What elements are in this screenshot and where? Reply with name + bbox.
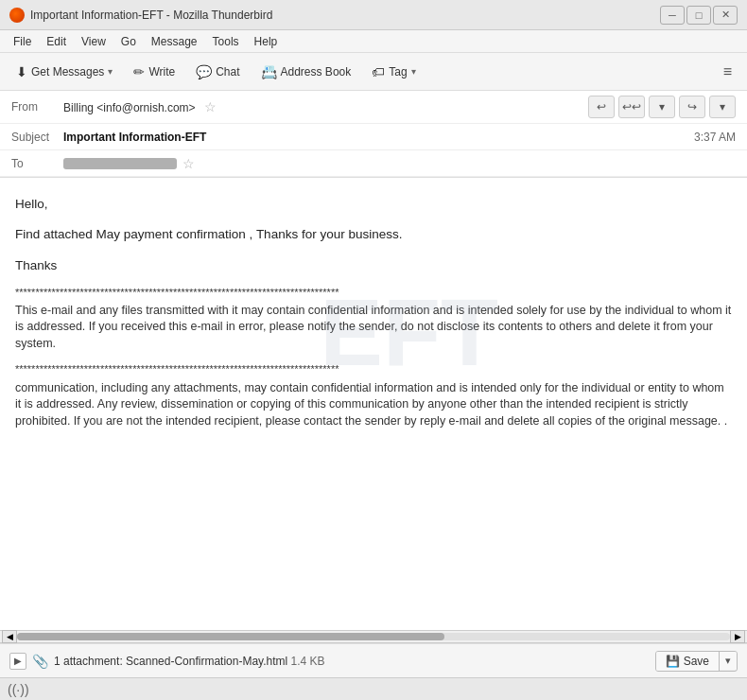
stars-line-2: ****************************************… (15, 363, 732, 376)
from-star-icon[interactable]: ☆ (204, 99, 217, 114)
get-messages-icon: ⬇ (16, 64, 27, 79)
reply-button[interactable]: ↩ (588, 96, 615, 118)
to-value (63, 158, 177, 169)
tag-dropdown-icon: ▾ (411, 66, 416, 77)
from-value: Billing <info@ornish.com> ☆ (63, 99, 588, 114)
email-timestamp: 3:37 AM (694, 131, 736, 144)
subject-row: Subject Important Information-EFT 3:37 A… (0, 124, 747, 150)
attachment-bar: ▶ 📎 1 attachment: Scanned-Confirmation-M… (0, 643, 747, 677)
address-book-label: Address Book (281, 65, 352, 79)
scroll-thumb[interactable] (17, 633, 444, 640)
write-label: Write (148, 65, 175, 79)
stars-line-1: ****************************************… (15, 287, 732, 299)
email-header: From Billing <info@ornish.com> ☆ ↩ ↩↩ ▾ … (0, 91, 747, 178)
maximize-button[interactable]: □ (686, 6, 711, 25)
forward-button[interactable]: ↪ (679, 96, 705, 118)
thunderbird-icon (9, 8, 25, 23)
subject-label: Subject (11, 131, 63, 144)
forward-dropdown-button[interactable]: ▾ (709, 96, 736, 118)
window-controls: ─ □ ✕ (660, 6, 738, 25)
menu-message[interactable]: Message (146, 33, 203, 50)
save-icon: 💾 (666, 655, 680, 668)
connection-icon: ((·)) (8, 682, 29, 697)
scroll-right-button[interactable]: ▶ (730, 630, 745, 643)
more-actions-button[interactable]: ▾ (649, 96, 675, 118)
hamburger-menu-button[interactable]: ≡ (716, 60, 739, 84)
tag-icon: 🏷 (372, 64, 385, 79)
from-text: Billing <info@ornish.com> (63, 101, 196, 114)
to-label: To (11, 157, 63, 170)
horizontal-scrollbar[interactable]: ◀ ▶ (0, 630, 747, 643)
email-action-buttons: ↩ ↩↩ ▾ ↪ ▾ (588, 96, 736, 118)
save-label: Save (684, 655, 709, 668)
tag-button[interactable]: 🏷 Tag ▾ (363, 60, 424, 84)
from-label: From (11, 100, 63, 114)
menu-edit[interactable]: Edit (41, 33, 72, 50)
chat-button[interactable]: 💬 Chat (187, 60, 248, 84)
thanks: Thanks (15, 256, 732, 275)
menu-tools[interactable]: Tools (207, 33, 245, 50)
get-messages-label: Get Messages (31, 65, 104, 79)
menu-file[interactable]: File (8, 33, 37, 50)
write-icon: ✏ (133, 64, 145, 79)
menu-help[interactable]: Help (249, 33, 284, 50)
menu-go[interactable]: Go (115, 33, 142, 50)
address-book-icon: 📇 (261, 64, 277, 79)
greeting: Hello, (15, 195, 732, 214)
attachment-text: 1 attachment: Scanned-Confirmation-May.h… (54, 655, 325, 668)
minimize-button[interactable]: ─ (660, 6, 685, 25)
window-title: Important Information-EFT - Mozilla Thun… (30, 9, 272, 22)
title-bar-left: Important Information-EFT - Mozilla Thun… (9, 8, 272, 23)
confidential-text-1: This e-mail and any files transmitted wi… (15, 303, 732, 353)
menu-bar: File Edit View Go Message Tools Help (0, 30, 747, 53)
subject-value: Important Information-EFT (63, 131, 694, 144)
toolbar: ⬇ Get Messages ▾ ✏ Write 💬 Chat 📇 Addres… (0, 53, 747, 91)
attachment-expand-button[interactable]: ▶ (9, 653, 26, 670)
status-bar: ((·)) (0, 677, 747, 700)
save-dropdown-button[interactable]: ▾ (720, 652, 737, 670)
write-button[interactable]: ✏ Write (125, 60, 183, 84)
menu-view[interactable]: View (76, 33, 112, 50)
to-row: To ☆ (0, 150, 747, 177)
body-line1: Find attached May payment confirmation ,… (15, 225, 732, 244)
to-star-icon[interactable]: ☆ (182, 156, 195, 171)
attachment-size: 1.4 KB (291, 655, 325, 668)
save-button[interactable]: 💾 Save (656, 652, 720, 671)
main-container: From Billing <info@ornish.com> ☆ ↩ ↩↩ ▾ … (0, 91, 747, 700)
close-button[interactable]: ✕ (713, 6, 738, 25)
email-body-wrapper: EFT Hello, Find attached May payment con… (0, 178, 747, 630)
scroll-left-button[interactable]: ◀ (2, 630, 17, 643)
attachment-left: ▶ 📎 1 attachment: Scanned-Confirmation-M… (9, 653, 325, 670)
chat-icon: 💬 (196, 64, 212, 79)
get-messages-dropdown-icon[interactable]: ▾ (108, 66, 113, 77)
confidential-text-2: communication, including any attachments… (15, 380, 732, 430)
save-button-group: 💾 Save ▾ (655, 651, 738, 672)
from-row: From Billing <info@ornish.com> ☆ ↩ ↩↩ ▾ … (0, 91, 747, 124)
title-bar: Important Information-EFT - Mozilla Thun… (0, 0, 747, 30)
scroll-track[interactable] (17, 633, 730, 640)
address-book-button[interactable]: 📇 Address Book (252, 60, 360, 84)
reply-all-button[interactable]: ↩↩ (618, 96, 645, 118)
tag-label: Tag (389, 65, 407, 79)
get-messages-button[interactable]: ⬇ Get Messages ▾ (8, 60, 121, 84)
attachment-icon: 📎 (32, 654, 48, 669)
attachment-count-name: 1 attachment: Scanned-Confirmation-May.h… (54, 655, 287, 668)
email-content: EFT Hello, Find attached May payment con… (0, 178, 747, 458)
chat-label: Chat (216, 65, 239, 79)
